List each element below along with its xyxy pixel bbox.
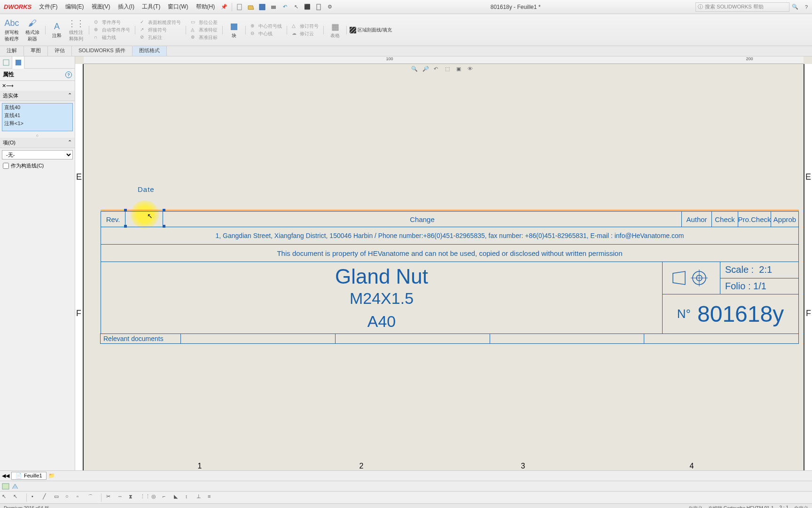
add-sheet-icon[interactable]: 📁 xyxy=(48,473,55,479)
revision-cloud-button[interactable]: ☁修订云 xyxy=(292,31,319,37)
sheet-tabs: ◀◀ 📄Feuille1 📁 xyxy=(0,470,812,481)
panel-help-icon[interactable]: ? xyxy=(65,71,72,78)
panel-title: 属性 xyxy=(3,71,14,79)
hatch-button[interactable]: 区域剖面线/填充 xyxy=(350,27,392,33)
centerline-button[interactable]: ⊖中心线 xyxy=(250,31,282,37)
tab-evaluate[interactable]: 评估 xyxy=(48,46,72,56)
model-view-icon[interactable] xyxy=(2,483,9,490)
scroll-left-icon[interactable]: ◀◀ xyxy=(2,473,9,479)
pattern-button[interactable]: ⋮⋮线性注释阵列 xyxy=(66,17,86,43)
sel-item[interactable]: 注释<1> xyxy=(2,119,72,127)
arc-icon[interactable]: ⌒ xyxy=(88,493,96,502)
select-icon[interactable]: ↖ xyxy=(292,3,300,11)
help-icon[interactable]: ? xyxy=(802,3,811,11)
menu-insert[interactable]: 插入(I) xyxy=(114,1,138,13)
new-icon[interactable] xyxy=(235,3,244,11)
pushpin-icon[interactable]: ✕⟶ xyxy=(0,81,75,91)
select-tool-icon[interactable]: ↖ xyxy=(2,493,10,502)
sketch-toolbar: ↖ ↖ • ╱ ▭ ○ ▫ ⌒ ✂ ↔ ⧗ ⋮⋮ ◎ ⌐ ◣ ↕ ⊥ ≡ xyxy=(0,491,812,503)
extend-icon[interactable]: ↔ xyxy=(117,493,126,502)
settings-icon[interactable]: ⚙ xyxy=(326,3,334,11)
hdr-change: Change xyxy=(163,212,682,227)
svg-rect-6 xyxy=(3,60,9,65)
tab-sketch[interactable]: 草图 xyxy=(24,46,48,56)
geo-tol-button[interactable]: ▭形位公差 xyxy=(191,19,218,26)
box-icon[interactable]: ▫ xyxy=(77,493,85,502)
rel-docs-label: Relevant documents xyxy=(100,333,181,344)
sel-item[interactable]: 直线41 xyxy=(2,111,72,119)
tab-sheet-format[interactable]: 图纸格式 xyxy=(133,46,167,56)
border-right: E F xyxy=(804,64,812,470)
options-icon[interactable] xyxy=(314,3,323,11)
selected-line[interactable] xyxy=(101,210,799,211)
mirror-icon[interactable]: ⧗ xyxy=(129,493,137,502)
section-selection[interactable]: 选实体⌃ xyxy=(0,91,75,101)
rebuild-icon[interactable]: ⬛ xyxy=(303,3,312,11)
format-painter-button[interactable]: 🖌格式涂刷器 xyxy=(23,17,42,43)
save-icon[interactable] xyxy=(258,3,266,11)
fillet-icon[interactable]: ⌐ xyxy=(163,493,171,502)
surface-finish-button[interactable]: ✓表面粗糙度符号 xyxy=(140,19,181,26)
construction-checkbox[interactable] xyxy=(3,163,9,169)
offset-icon[interactable]: ◎ xyxy=(151,493,160,502)
search-icon[interactable]: 🔍 xyxy=(791,3,799,11)
drawing-canvas[interactable]: 100 200 E F E F 🔍 🔎 ↶ ⬚ ▣ 👁 Date ↖ xyxy=(75,56,812,470)
menu-tools[interactable]: 工具(T) xyxy=(138,1,164,13)
datum-target-button[interactable]: ⊕基准目标 xyxy=(191,34,218,41)
status-units[interactable]: 自定义 xyxy=(794,505,808,508)
section-options[interactable]: 项(O)⌃ xyxy=(0,138,75,148)
menu-edit[interactable]: 编辑(E) xyxy=(62,1,88,13)
selection-list[interactable]: 直线40 直线41 注释<1> xyxy=(2,103,73,131)
rect-icon[interactable]: ▭ xyxy=(54,493,62,502)
menu-view[interactable]: 视图(V) xyxy=(88,1,114,13)
note-button[interactable]: A注释 xyxy=(48,20,65,40)
open-icon[interactable] xyxy=(247,3,255,11)
pattern-icon[interactable]: ⋮⋮ xyxy=(140,493,148,502)
table-button[interactable]: ▦表格 xyxy=(327,20,344,40)
dim-icon[interactable]: ↕ xyxy=(185,493,194,502)
search-help[interactable]: ⓘ搜索 SOLIDWORKS 帮助 xyxy=(695,2,789,12)
chamfer-icon[interactable]: ◣ xyxy=(174,493,182,502)
filter-tool-icon[interactable]: ↖ xyxy=(13,493,22,502)
part-info: Gland Nut M24X1.5 A40 xyxy=(101,262,663,334)
magnetic-line-button[interactable]: ∩磁力线 xyxy=(94,34,130,41)
feature-tree-tab[interactable] xyxy=(0,56,12,69)
status-editing: 在编辑 Cartouche HEVTM 01-1 xyxy=(708,505,774,508)
status-scale[interactable]: 2 : 1 xyxy=(780,505,789,508)
sel-item[interactable]: 直线40 xyxy=(2,103,72,111)
sheet-tab[interactable]: 📄Feuille1 xyxy=(11,472,47,480)
trim-icon[interactable]: ✂ xyxy=(106,493,115,502)
view-selector xyxy=(0,481,812,491)
block-button[interactable]: 块 xyxy=(226,20,242,40)
doc-title: 801618y - Feuille1 * xyxy=(336,4,695,10)
weld-symbol-button[interactable]: ↗焊接符号 xyxy=(140,27,181,33)
tab-annotate[interactable]: 注解 xyxy=(0,46,24,56)
construction-label: 作为构造线(C) xyxy=(11,162,44,169)
revision-symbol-button[interactable]: △修订符号 xyxy=(292,23,319,30)
layer-dropdown[interactable]: -无- xyxy=(2,150,73,159)
menu-help[interactable]: 帮助(H) xyxy=(192,1,219,13)
line-icon[interactable]: ╱ xyxy=(43,493,51,502)
hole-callout-button[interactable]: ⊘孔标注 xyxy=(140,34,181,41)
motion-view-icon[interactable] xyxy=(11,483,19,490)
point-icon[interactable]: • xyxy=(31,493,40,502)
menu-file[interactable]: 文件(F) xyxy=(35,1,61,13)
property-tab[interactable] xyxy=(12,56,24,69)
spell-check-button[interactable]: Abc拼写检验程序 xyxy=(2,17,22,43)
rel-col xyxy=(490,333,645,344)
relation-icon[interactable]: ⊥ xyxy=(196,493,205,502)
tab-addins[interactable]: SOLIDWORKS 插件 xyxy=(72,46,133,56)
svg-rect-0 xyxy=(237,4,242,10)
undo-icon[interactable]: ↶ xyxy=(281,3,289,11)
datum-button[interactable]: ◬基准特征 xyxy=(191,27,218,33)
pin-icon[interactable]: 📌 xyxy=(220,3,228,11)
menu-window[interactable]: 窗口(W) xyxy=(164,1,192,13)
rel-col xyxy=(335,333,490,344)
constraint-icon[interactable]: ≡ xyxy=(208,493,216,502)
print-icon[interactable] xyxy=(269,3,278,11)
address-text: 1, Gangdian Street, Xiangfang District, … xyxy=(101,227,798,244)
balloon-button[interactable]: ⊙零件序号 xyxy=(94,19,130,26)
centermark-button[interactable]: ⊕中心符号线 xyxy=(250,23,282,30)
circle-icon[interactable]: ○ xyxy=(65,493,74,502)
auto-balloon-button[interactable]: ⊕自动零件序号 xyxy=(94,27,130,33)
